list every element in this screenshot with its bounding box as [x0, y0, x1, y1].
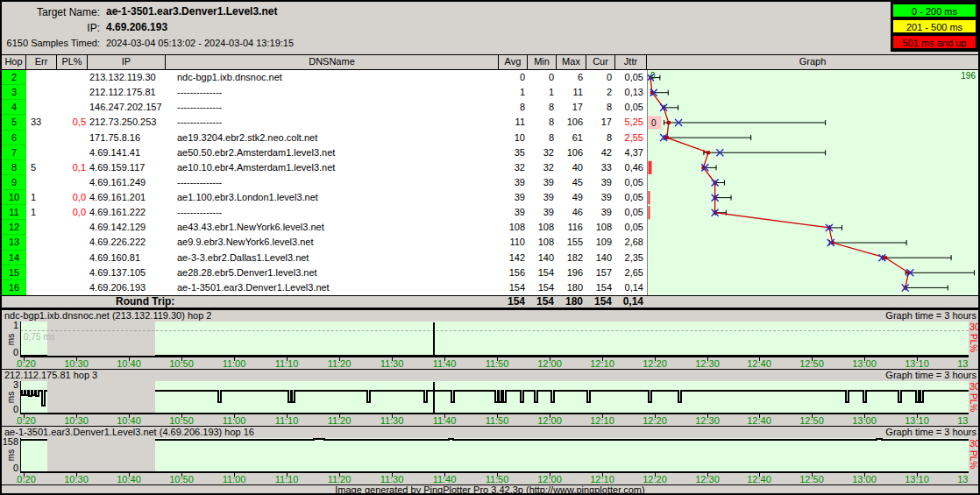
timeline-plot[interactable]: 0,75 ms	[20, 322, 969, 357]
hop-number: 11	[2, 205, 26, 220]
table-row-hop-13[interactable]: 134.69.226.222ae9.9.ebr3.NewYork6.level3…	[2, 235, 647, 250]
time-tick-mark	[497, 357, 498, 361]
time-tick-mark	[181, 473, 182, 477]
hop-dnsname: ae-1-3501.ear3.Denver1.Level3.net	[177, 280, 330, 295]
table-row-hop-4[interactable]: 4146.247.202.157--------------881780,05	[2, 100, 647, 115]
packet-loss-pct	[55, 70, 86, 85]
latency-line	[20, 391, 969, 406]
timeline-section-1: 212.112.175.81 hop 3Graph time = 3 hours…	[2, 369, 978, 426]
time-tick-mark	[864, 357, 865, 361]
hop-number: 5	[2, 115, 26, 130]
time-tick-mark	[707, 357, 708, 361]
avg-dot	[667, 121, 671, 124]
time-tick-mark	[550, 357, 550, 361]
col-header-jttr[interactable]: Jttr	[615, 55, 647, 69]
col-header-ip[interactable]: IP	[88, 55, 166, 69]
time-tick-mark	[917, 357, 918, 361]
table-row-hop-8[interactable]: 850,14.69.159.117ae10.10.ebr4.Amsterdam1…	[2, 160, 647, 175]
cur-ms: 154	[577, 280, 612, 295]
timeline-plot[interactable]	[20, 438, 969, 473]
packet-loss-pct	[55, 280, 86, 295]
hop-dnsname: --------------	[177, 85, 222, 100]
timeline-y-max: 158	[2, 437, 18, 447]
time-tick-mark	[759, 414, 760, 418]
cur-ms: 39	[577, 175, 612, 190]
table-row-hop-5[interactable]: 5330,5212.73.250.253--------------118106…	[2, 115, 647, 130]
time-tick-label: 10:20	[16, 474, 36, 484]
time-tick-mark	[812, 414, 813, 418]
hop-dnsname: ndc-bgp1.ixb.dnsnoc.net	[177, 70, 282, 85]
table-row-hop-3[interactable]: 3212.112.175.81--------------111120,13	[2, 85, 647, 100]
footer-text: Image generated by PingPlotter Pro 3.42.…	[2, 484, 978, 493]
time-tick-mark	[864, 473, 865, 477]
cur-ms: 33	[577, 160, 612, 175]
jitter-ms: 2,68	[608, 235, 643, 250]
packet-loss-pct	[55, 131, 86, 145]
col-header-hop[interactable]: Hop	[2, 55, 26, 69]
graph-scale-max: 196	[961, 71, 976, 81]
time-tick-label: 13:20	[957, 415, 969, 426]
table-row-hop-7[interactable]: 74.69.141.41ae50.50.ebr2.Amsterdam1.leve…	[2, 145, 647, 160]
timeline-ms-label: ms	[6, 448, 16, 463]
table-row-hop-11[interactable]: 1110,04.69.161.222--------------39394639…	[2, 205, 647, 220]
hop-graph-panel[interactable]: 00196	[647, 70, 978, 295]
loss-marker-hop-8	[649, 161, 652, 174]
hop-ip: 4.69.137.105	[89, 265, 146, 280]
col-header-avg[interactable]: Avg	[499, 55, 528, 69]
target-name-label: Target Name:	[2, 6, 100, 18]
cur-ms: 140	[577, 251, 612, 265]
cur-ms: 108	[577, 220, 612, 235]
jitter-ms: 0,05	[608, 190, 643, 205]
table-row-hop-2[interactable]: 2213.132.119.30ndc-bgp1.ixb.dnsnoc.net00…	[2, 70, 647, 85]
hop-number: 10	[2, 190, 26, 205]
timeline-graph-time: Graph time = 3 hours	[885, 310, 976, 322]
time-tick-mark	[287, 414, 288, 418]
hop-number: 15	[2, 265, 26, 280]
table-row-hop-9[interactable]: 94.69.161.249--------------393945390,05	[2, 175, 647, 190]
cur-ms: 0	[577, 70, 612, 85]
time-tick-mark	[234, 473, 235, 477]
timeline-y-zero: 0	[2, 348, 18, 357]
samples-label: 6150 Samples Timed:	[2, 38, 100, 48]
table-row-hop-6[interactable]: 6171.75.8.16ae19.3204.ebr2.stk2.neo.colt…	[2, 131, 647, 145]
err-count: 33	[31, 115, 41, 130]
col-header-graph[interactable]: Graph	[647, 55, 978, 69]
pingplotter-window: Target Name: ae-1-3501.ear3.Denver1.Leve…	[0, 0, 980, 495]
hop-ip: 213.132.119.30	[89, 70, 156, 85]
hop-dnsname: --------------	[177, 205, 222, 220]
time-tick-mark	[444, 473, 445, 477]
timeline-series	[20, 438, 969, 473]
cur-ms: 157	[577, 265, 612, 280]
col-header-cur[interactable]: Cur	[586, 55, 615, 69]
time-axis: 10:2010:3010:4010:5011:0011:1011:2011:30…	[16, 473, 969, 484]
time-axis: 10:2010:3010:4010:5011:0011:1011:2011:30…	[16, 414, 969, 426]
timeline-plot[interactable]	[20, 381, 969, 414]
table-row-hop-10[interactable]: 1010,04.69.161.201ae1.100.ebr3.London1.l…	[2, 190, 647, 205]
col-header-max[interactable]: Max	[557, 55, 586, 69]
table-row-hop-15[interactable]: 154.69.137.105ae28.28.ebr5.Denver1.level…	[2, 265, 647, 280]
col-header-err[interactable]: Err	[26, 55, 57, 69]
hop-number: 4	[2, 100, 26, 115]
col-header-dnsname[interactable]: DNSName	[166, 55, 499, 69]
time-tick-mark	[76, 357, 77, 361]
hop-ip: 4.69.141.41	[89, 145, 140, 160]
round-trip-label: Round Trip:	[116, 296, 174, 308]
hop-number: 16	[2, 280, 26, 295]
timeline-pl-label: PL%	[969, 393, 978, 412]
timeline-title: ae-1-3501.ear3.Denver1.Level3.net (4.69.…	[4, 427, 254, 439]
latency-line	[20, 439, 969, 440]
col-header-min[interactable]: Min	[528, 55, 557, 69]
table-row-hop-16[interactable]: 164.69.206.193ae-1-3501.ear3.Denver1.Lev…	[2, 280, 647, 295]
time-tick-mark	[444, 357, 445, 361]
table-row-hop-12[interactable]: 124.69.142.129ae43.43.ebr1.NewYork6.leve…	[2, 220, 647, 235]
timeline-graph-time: Graph time = 3 hours	[885, 427, 976, 439]
time-tick-mark	[655, 357, 656, 361]
timeline-pl-max: 30	[969, 382, 980, 392]
table-row-hop-14[interactable]: 144.69.160.81ae-3-3.ebr2.Dallas1.Level3.…	[2, 251, 647, 265]
time-tick-mark	[181, 357, 182, 361]
jitter-ms: 0,05	[608, 205, 643, 220]
hop-number: 3	[2, 85, 26, 100]
timeline-title: ndc-bgp1.ixb.dnsnoc.net (213.132.119.30)…	[4, 310, 211, 322]
jitter-ms: 0,05	[608, 175, 643, 190]
col-header-pl[interactable]: PL%	[57, 55, 88, 69]
